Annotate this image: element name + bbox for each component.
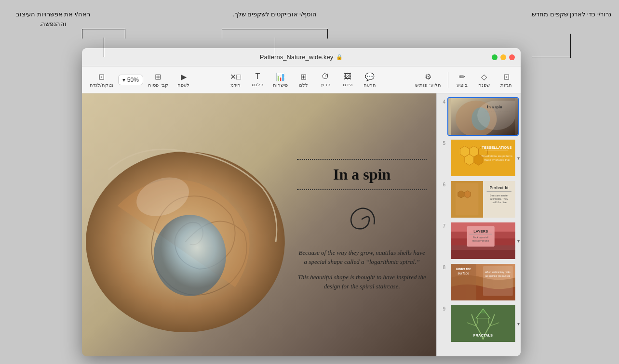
ann-brace-center <box>222 29 328 39</box>
image-button[interactable]: 🖼 הידמ <box>337 70 358 89</box>
thumb5-svg: TESSELLATIONS Tessellations are patterns… <box>448 140 518 176</box>
slide-thumbnail-5[interactable]: 5 TESSELLATIONS Tes <box>439 139 519 177</box>
app-window: Patterns_Nature_wide.key 🔒 ⊡ הגזות ◇ שפנ… <box>82 48 521 356</box>
slide-thumbnail-6[interactable]: 6 Perfect fit <box>439 180 519 219</box>
draw-button[interactable]: ✏ בוציע <box>451 70 472 90</box>
add-slide-button[interactable]: ⊞ קב׳ פסוה <box>144 70 172 90</box>
svg-rect-33 <box>451 250 515 259</box>
media-button[interactable]: □✕ הידמ <box>225 70 246 90</box>
svg-point-5 <box>471 107 490 130</box>
svg-text:build the hive: build the hive <box>492 201 507 204</box>
text-icon: T <box>256 72 260 81</box>
thumb-img-4[interactable]: In a spin <box>447 97 519 136</box>
play-icon: ▶ <box>181 72 187 81</box>
thumb-number-6: 6 <box>439 182 445 187</box>
slide-thumbnail-4[interactable]: 4 <box>439 97 519 136</box>
annotation-top-right: גרור/י כדי לארגן שקפים מחדש. <box>527 10 614 19</box>
comment-icon: 💬 <box>365 72 375 81</box>
navigate-button[interactable]: ⊡ הגזות <box>496 70 517 90</box>
lock-icon: 🔒 <box>336 54 343 60</box>
slide-thumbnail-9[interactable]: 9 <box>439 304 519 343</box>
maximize-button[interactable] <box>492 54 498 60</box>
dotted-line-top <box>297 159 427 160</box>
svg-rect-36 <box>470 234 493 234</box>
window-controls <box>492 48 515 66</box>
toolbar-sep-1 <box>448 72 448 88</box>
thumb-img-8[interactable]: Under the surface When sedimentary rocks… <box>447 263 519 301</box>
window-title: Patterns_Nature_wide.key 🔒 <box>260 53 343 61</box>
svg-text:surface: surface <box>458 272 469 275</box>
chart-button[interactable]: 📊 פישרות <box>269 70 292 90</box>
svg-text:When sedimentary rocks: When sedimentary rocks <box>485 271 511 273</box>
svg-text:made by shapes that: made by shapes that <box>484 158 510 161</box>
ann-brace-left <box>82 29 125 39</box>
slide-panel[interactable]: 4 <box>436 93 521 356</box>
thumb-dropdown-7[interactable]: ▾ <box>517 238 520 244</box>
svg-rect-19 <box>456 183 479 216</box>
format-icon: ⚙ <box>425 72 431 81</box>
dotted-line-bottom <box>297 189 427 190</box>
thumb-dropdown-9[interactable]: ▾ <box>517 321 520 326</box>
thumb4-svg: In a spin <box>448 98 518 135</box>
draw-icon: ✏ <box>459 72 465 81</box>
thumb-inner-8: Under the surface When sedimentary rocks… <box>448 264 518 300</box>
thumb-img-6[interactable]: Perfect fit Bees are master architects. … <box>447 180 519 219</box>
toolbar: ⊡ הגזות ◇ שפנה ✏ בוציע ⚙ הלוע׳ פותיש 💬 ה… <box>82 66 521 93</box>
shape-icon: ◇ <box>481 72 487 81</box>
zoom-chevron: ▾ <box>122 77 125 83</box>
minimize-button[interactable] <box>500 54 506 60</box>
annotation-top-left: ראה/י את אפשרויות העיצוב וההנפשה. <box>5 10 101 28</box>
slide-thumbnail-8[interactable]: 8 <box>439 263 519 301</box>
slide-text-panel: In a spin Because of the way they grow, … <box>287 93 436 356</box>
svg-rect-15 <box>485 150 509 150</box>
navigate-icon: ⊡ <box>503 72 510 81</box>
svg-text:In a spin: In a spin <box>487 104 502 109</box>
ann-line-right-h <box>532 57 571 57</box>
text-button[interactable]: T הלבט <box>247 70 268 89</box>
spiral-icon <box>343 200 381 238</box>
svg-rect-43 <box>483 266 513 296</box>
table-button[interactable]: ⊞ ללמ <box>293 70 314 90</box>
annotation-top-center: הוסף/י אובייקטים לשקפים שלך. <box>222 10 328 19</box>
thumb-inner-7: LAYERS Rock layers tell the story of tim… <box>448 222 518 259</box>
play-button[interactable]: ▶ לעפה <box>173 70 194 90</box>
run-button[interactable]: ⏱ הרוץ <box>315 70 336 89</box>
slide-canvas[interactable]: In a spin Because of the way they grow, … <box>82 93 436 356</box>
zoom-control[interactable]: 50% ▾ <box>118 75 143 85</box>
thumb-inner-5: TESSELLATIONS Tessellations are patterns… <box>448 140 518 176</box>
thumb-number-5: 5 <box>439 141 445 146</box>
slide-body-2: This beautiful shape is thought to have … <box>297 273 427 291</box>
thumb7-svg: LAYERS Rock layers tell the story of tim… <box>448 222 518 259</box>
comment-button[interactable]: 💬 הרעה <box>359 70 380 90</box>
thumb-inner-9: FRACTALS <box>448 305 518 342</box>
view-icon: ⊡ <box>98 72 105 81</box>
title-bar: Patterns_Nature_wide.key 🔒 <box>82 48 521 66</box>
svg-text:LAYERS: LAYERS <box>473 229 488 234</box>
thumb-dropdown-5[interactable]: ▾ <box>517 156 520 161</box>
svg-marker-21 <box>464 191 471 198</box>
slide-title: In a spin <box>333 166 390 183</box>
content-area: In a spin Because of the way they grow, … <box>82 93 521 356</box>
thumb8-svg: Under the surface When sedimentary rocks… <box>448 264 518 300</box>
svg-rect-24 <box>487 191 511 192</box>
thumb-img-7[interactable]: LAYERS Rock layers tell the story of tim… <box>447 221 519 260</box>
slide-thumbnail-7[interactable]: 7 LAYERS <box>439 221 519 260</box>
svg-text:Bees are master: Bees are master <box>490 194 509 197</box>
view-button[interactable]: ⊡ נטקה/לגדה <box>86 70 117 90</box>
close-button[interactable] <box>509 54 515 60</box>
thumb-img-5[interactable]: TESSELLATIONS Tessellations are patterns… <box>447 139 519 177</box>
zoom-value: 50% <box>127 77 139 83</box>
shape-button[interactable]: ◇ שפנה <box>473 70 495 90</box>
svg-text:FRACTALS: FRACTALS <box>473 333 493 338</box>
thumb6-svg: Perfect fit Bees are master architects. … <box>448 181 518 218</box>
media-icon: □✕ <box>230 72 241 81</box>
thumb-number-9: 9 <box>439 306 445 312</box>
ann-line-right-v <box>570 34 571 58</box>
svg-point-1 <box>154 215 226 296</box>
chart-icon: 📊 <box>276 72 285 81</box>
svg-text:Under the: Under the <box>456 267 471 271</box>
shell-illustration <box>82 93 287 356</box>
svg-text:are uplifted, you can see: are uplifted, you can see <box>485 275 511 277</box>
thumb-img-9[interactable]: FRACTALS <box>447 304 519 343</box>
format-button[interactable]: ⚙ הלוע׳ פותיש <box>411 70 445 90</box>
